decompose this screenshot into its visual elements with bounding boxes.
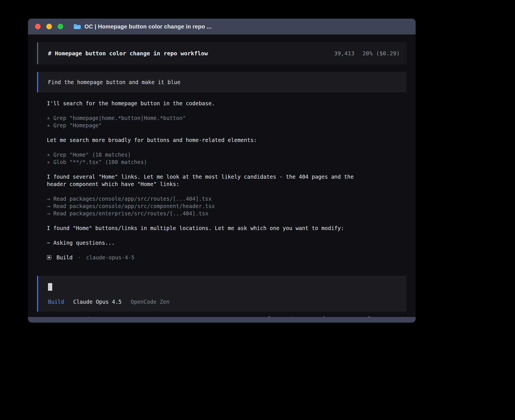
user-message: Find the homepage button and make it blu… xyxy=(37,72,407,92)
agent-row: Build · claude-opus-4-5 xyxy=(47,254,373,261)
window-title: OC | Homepage button color change in rep… xyxy=(84,23,211,30)
assistant-text: I found several "Home" links. Let me loo… xyxy=(47,173,373,188)
mode-selector[interactable]: Build xyxy=(48,298,64,305)
shortcut-label: interrupt xyxy=(87,315,116,317)
user-message-text: Find the homepage button and make it blu… xyxy=(48,78,180,86)
folder-icon xyxy=(73,23,81,30)
status-right: ctrl+t variants tab agents ctrl+p comman… xyxy=(259,315,407,317)
agent-name: Build xyxy=(56,254,73,261)
assistant-text: I'll search for the homepage button in t… xyxy=(47,100,373,107)
session-stats: 39,413 20% ($0.29) xyxy=(334,50,400,57)
tool-call: ∗ Grep "Homepage" xyxy=(47,122,373,129)
agent-model: claude-opus-4-5 xyxy=(86,254,135,261)
text-cursor xyxy=(48,283,52,291)
assistant-text: Let me search more broadly for buttons a… xyxy=(47,136,373,144)
tool-call-group: ∗ Grep "Home" (18 matches) ∗ Glob "**/*.… xyxy=(47,151,373,166)
shortcut-key: esc xyxy=(74,315,84,317)
minimize-button[interactable] xyxy=(46,24,52,29)
status-bar: esc interrupt ctrl+t variants tab agents… xyxy=(37,315,407,317)
tool-call: ∗ Grep "homepage|home.*button|Home.*butt… xyxy=(47,114,373,122)
session-header: # Homepage button color change in repo w… xyxy=(37,42,407,64)
shortcut-key: ctrl+t xyxy=(259,315,278,317)
tool-call-group: → Read packages/console/app/src/routes/[… xyxy=(47,195,373,217)
terminal-content: # Homepage button color change in repo w… xyxy=(28,34,416,317)
shortcut-commands: ctrl+p commands xyxy=(358,315,407,317)
shortcut-interrupt: esc interrupt xyxy=(74,315,116,317)
shortcut-key: ctrl+p xyxy=(358,315,378,317)
input-meta: Build Claude Opus 4.5 OpenCode Zen xyxy=(48,298,400,305)
assistant-text: I found "Home" buttons/links in multiple… xyxy=(47,224,373,232)
zoom-button[interactable] xyxy=(58,24,63,29)
tool-call-group: ∗ Grep "homepage|home.*button|Home.*butt… xyxy=(47,114,373,129)
shortcut-variants: ctrl+t variants xyxy=(259,315,307,317)
tool-call: → Read packages/console/app/src/componen… xyxy=(47,202,373,210)
agent-icon xyxy=(47,255,51,260)
agent-separator: · xyxy=(78,254,81,261)
assistant-status: ~ Asking questions... xyxy=(47,239,373,246)
terminal-window: OC | Homepage button color change in rep… xyxy=(28,19,416,323)
titlebar: OC | Homepage button color change in rep… xyxy=(28,19,416,34)
tool-call: → Read packages/enterprise/src/routes/[.… xyxy=(47,210,373,217)
model-name: Claude Opus 4.5 xyxy=(73,298,122,305)
status-left: esc interrupt xyxy=(37,315,116,317)
shortcut-label: commands xyxy=(381,315,407,317)
shortcut-label: variants xyxy=(281,315,307,317)
tool-call: ∗ Grep "Home" (18 matches) xyxy=(47,151,373,158)
context-usage: 20% ($0.29) xyxy=(363,50,400,57)
shortcut-agents: tab agents xyxy=(317,315,349,317)
tool-call: → Read packages/console/app/src/routes/[… xyxy=(47,195,373,202)
tool-call: ∗ Glob "**/*.tsx" (100 matches) xyxy=(47,158,373,166)
provider-name: OpenCode Zen xyxy=(131,298,169,305)
prompt-input[interactable]: Build Claude Opus 4.5 OpenCode Zen xyxy=(37,276,407,312)
shortcut-key: tab xyxy=(317,315,326,317)
token-count: 39,413 xyxy=(334,50,354,57)
assistant-response: I'll search for the homepage button in t… xyxy=(37,92,373,268)
shortcut-label: agents xyxy=(329,315,349,317)
session-title: # Homepage button color change in repo w… xyxy=(48,50,208,57)
close-button[interactable] xyxy=(35,24,41,29)
